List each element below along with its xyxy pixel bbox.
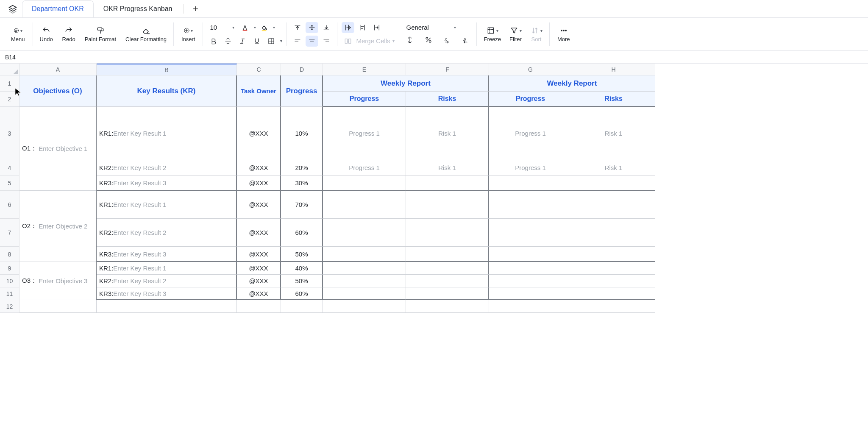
empty-cell[interactable] [489,300,572,313]
col-header-E[interactable]: E [323,64,406,75]
header-progress[interactable]: Progress [281,75,323,107]
progress-cell[interactable]: 30% [281,176,323,191]
kr-cell[interactable]: KR2: Enter Key Result 2 [97,275,237,287]
valign-top-button[interactable] [291,22,304,33]
empty-cell[interactable] [281,300,323,313]
col-header-A[interactable]: A [19,64,97,75]
subheader-risks[interactable]: Risks [406,92,489,107]
spreadsheet-grid[interactable]: A B C D E F G H 1 Objectives (O) Key Res… [0,64,868,313]
row-header[interactable]: 7 [0,219,19,247]
subheader-progress[interactable]: Progress [323,92,406,107]
kr-cell[interactable]: KR1: Enter Key Result 1 [97,262,237,275]
weekly-progress-cell[interactable]: Progress 1 [489,107,572,160]
undo-button[interactable]: Undo [38,25,55,43]
formula-bar[interactable] [26,51,868,63]
progress-cell[interactable]: 60% [281,287,323,300]
objective-cell[interactable]: O3： Enter Objective 3 [19,262,97,300]
row-header[interactable]: 8 [0,247,19,262]
weekly-risk-cell[interactable] [572,191,655,219]
col-header-F[interactable]: F [406,64,489,75]
currency-button[interactable] [403,34,416,45]
empty-cell[interactable] [19,300,97,313]
weekly-risk-cell[interactable] [572,176,655,191]
app-logo-icon[interactable] [3,4,22,14]
empty-cell[interactable] [572,300,655,313]
filter-button[interactable]: ▾Filter [508,25,523,43]
menu-button[interactable]: ▾ Menu [9,25,27,43]
owner-cell[interactable]: @XXX [237,247,281,262]
progress-cell[interactable]: 70% [281,191,323,219]
add-tab-button[interactable]: + [188,3,203,14]
weekly-risk-cell[interactable] [572,287,655,300]
owner-cell[interactable]: @XXX [237,219,281,247]
weekly-progress-cell[interactable] [489,247,572,262]
weekly-risk-cell[interactable] [572,275,655,287]
weekly-risk-cell[interactable]: Risk 1 [406,107,489,160]
col-header-G[interactable]: G [489,64,572,75]
weekly-progress-cell[interactable]: Progress 1 [323,107,406,160]
strikethrough-button[interactable] [222,36,234,47]
objective-cell[interactable]: O1： Enter Objective 1 [19,107,97,191]
weekly-risk-cell[interactable] [572,247,655,262]
halign-right-button[interactable] [320,36,333,47]
bold-button[interactable] [207,36,220,47]
header-key-results[interactable]: Key Results (KR) [97,75,237,107]
halign-center-button[interactable] [306,36,318,47]
weekly-progress-cell[interactable] [323,287,406,300]
kr-cell[interactable]: KR1: Enter Key Result 1 [97,107,237,160]
weekly-progress-cell[interactable] [323,176,406,191]
weekly-progress-cell[interactable] [489,191,572,219]
row-header[interactable]: 12 [0,300,19,313]
owner-cell[interactable]: @XXX [237,262,281,275]
owner-cell[interactable]: @XXX [237,275,281,287]
weekly-risk-cell[interactable] [406,287,489,300]
kr-cell[interactable]: KR3: Enter Key Result 3 [97,287,237,300]
weekly-risk-cell[interactable] [406,219,489,247]
progress-cell[interactable]: 10% [281,107,323,160]
owner-cell[interactable]: @XXX [237,160,281,176]
weekly-progress-cell[interactable] [323,275,406,287]
row-header[interactable]: 3 [0,107,19,160]
valign-bottom-button[interactable] [320,22,333,33]
fill-color-button[interactable] [258,22,270,33]
kr-cell[interactable]: KR2: Enter Key Result 2 [97,219,237,247]
redo-button[interactable]: Redo [61,25,77,43]
merge-cells-button[interactable] [342,36,354,47]
progress-cell[interactable]: 50% [281,275,323,287]
header-weekly-1[interactable]: Weekly Report [323,75,489,92]
weekly-risk-cell[interactable] [406,176,489,191]
kr-cell[interactable]: KR1: Enter Key Result 1 [97,191,237,219]
header-task-owner[interactable]: Task Owner [237,75,281,107]
subheader-risks[interactable]: Risks [572,92,655,107]
weekly-risk-cell[interactable] [406,275,489,287]
wrap-wrap-button[interactable] [356,22,369,33]
increase-decimal-button[interactable]: .0 [459,34,472,45]
weekly-progress-cell[interactable] [489,219,572,247]
progress-cell[interactable]: 20% [281,160,323,176]
row-header[interactable]: 9 [0,262,19,275]
progress-cell[interactable]: 50% [281,247,323,262]
decrease-decimal-button[interactable]: .0 [441,34,453,45]
weekly-progress-cell[interactable]: Progress 1 [489,160,572,176]
row-header[interactable]: 4 [0,160,19,176]
select-all-corner[interactable] [0,64,19,75]
freeze-button[interactable]: ▾Freeze [482,25,502,43]
number-format-select[interactable]: General▾ [403,23,459,32]
objective-cell[interactable]: O2： Enter Objective 2 [19,191,97,262]
row-header[interactable]: 6 [0,191,19,219]
weekly-risk-cell[interactable] [406,191,489,219]
clear-formatting-button[interactable]: Clear Formatting [124,25,168,43]
header-objectives[interactable]: Objectives (O) [19,75,97,107]
weekly-progress-cell[interactable] [323,219,406,247]
header-weekly-2[interactable]: Weekly Report [489,75,655,92]
halign-left-button[interactable] [291,36,304,47]
col-header-C[interactable]: C [237,64,281,75]
weekly-progress-cell[interactable] [323,262,406,275]
text-color-button[interactable] [239,22,251,33]
tab-okr-kanban[interactable]: OKR Progress Kanban [94,0,182,17]
row-header[interactable]: 1 [0,75,19,92]
weekly-risk-cell[interactable] [406,262,489,275]
weekly-risk-cell[interactable] [406,247,489,262]
wrap-overflow-button[interactable] [342,22,354,33]
weekly-risk-cell[interactable]: Risk 1 [572,107,655,160]
